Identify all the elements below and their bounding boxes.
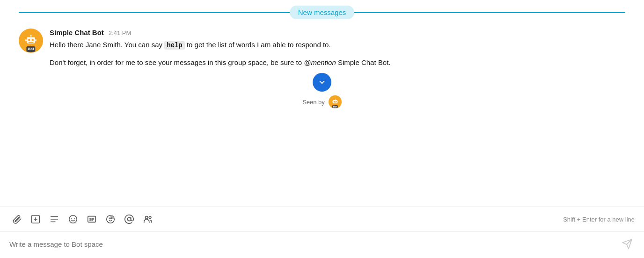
message-area: Bot Simple Chat Bot 2:41 PM Hello there … xyxy=(0,23,644,205)
svg-text:GIF: GIF xyxy=(89,218,94,221)
svg-point-20 xyxy=(71,218,72,219)
message-line2: Don't forget, in order for me to see you… xyxy=(50,57,625,68)
svg-rect-7 xyxy=(35,39,37,42)
svg-point-1 xyxy=(28,39,30,41)
send-button[interactable] xyxy=(620,236,635,251)
seen-avatar-bot-label: Bot xyxy=(332,105,338,108)
chevron-down-icon xyxy=(318,78,326,86)
svg-point-2 xyxy=(32,39,34,41)
emoji-icon xyxy=(68,214,78,224)
emoji-button[interactable] xyxy=(66,212,80,227)
new-messages-divider: New messages xyxy=(0,0,644,23)
svg-point-19 xyxy=(69,215,77,223)
message-content: Simple Chat Bot 2:41 PM Hello there Jane… xyxy=(50,29,625,68)
shift-hint: Shift + Enter for a new line xyxy=(563,216,635,223)
avatar-bot-label: Bot xyxy=(26,46,35,52)
svg-rect-15 xyxy=(337,101,338,102)
compose-icon xyxy=(30,214,41,224)
people-button[interactable] xyxy=(140,212,155,227)
seen-row: Seen by Bot xyxy=(302,95,342,108)
svg-rect-3 xyxy=(29,42,34,43)
svg-rect-11 xyxy=(334,103,337,103)
people-icon xyxy=(143,214,153,224)
message-header: Simple Chat Bot 2:41 PM xyxy=(50,29,625,36)
attach-button[interactable] xyxy=(9,212,24,227)
message-timestamp: 2:41 PM xyxy=(109,29,131,36)
svg-point-5 xyxy=(30,35,32,36)
mention-button[interactable] xyxy=(122,212,137,227)
svg-point-10 xyxy=(336,101,337,102)
bot-avatar-icon xyxy=(24,34,38,48)
divider-line-left xyxy=(19,12,290,13)
svg-rect-6 xyxy=(25,39,27,42)
mention-icon xyxy=(124,214,134,224)
svg-rect-14 xyxy=(332,101,333,102)
input-row xyxy=(0,232,644,258)
svg-point-27 xyxy=(149,216,151,219)
svg-point-9 xyxy=(334,101,335,102)
compose-button[interactable] xyxy=(28,212,43,227)
gif-button[interactable]: GIF xyxy=(84,212,99,227)
sender-name: Simple Chat Bot xyxy=(50,29,104,36)
bot-avatar: Bot xyxy=(19,29,43,53)
sticker-icon xyxy=(105,214,116,224)
scroll-down-button[interactable] xyxy=(313,73,331,92)
gif-icon: GIF xyxy=(87,214,97,224)
svg-point-26 xyxy=(146,216,148,219)
new-messages-badge: New messages xyxy=(290,6,355,19)
svg-point-13 xyxy=(335,99,336,100)
scroll-seen-area: Seen by Bot xyxy=(19,68,625,110)
divider-line-right xyxy=(354,12,625,13)
message-line1: Hello there Jane Smith. You can say help… xyxy=(50,39,625,50)
attach-icon xyxy=(12,214,22,224)
seen-bot-avatar: Bot xyxy=(329,95,342,108)
svg-point-21 xyxy=(74,218,75,219)
message-body: Hello there Jane Smith. You can say help… xyxy=(50,39,625,68)
format-text-icon xyxy=(49,214,59,224)
send-icon xyxy=(622,238,633,250)
sticker-button[interactable] xyxy=(103,212,118,227)
message-input[interactable] xyxy=(9,240,615,248)
svg-point-25 xyxy=(127,217,131,221)
format-text-button[interactable] xyxy=(47,212,62,227)
seen-label: Seen by xyxy=(302,99,325,106)
toolbar: GIF Shift + Enter for a new line xyxy=(0,207,644,232)
message-row: Bot Simple Chat Bot 2:41 PM Hello there … xyxy=(19,29,625,68)
help-code: help xyxy=(164,41,185,50)
